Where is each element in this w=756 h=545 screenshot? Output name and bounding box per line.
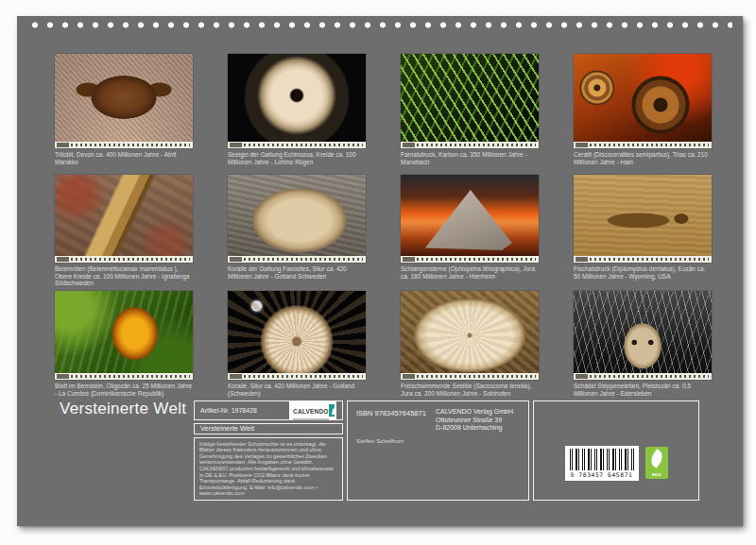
author-name: Steffen Schellhorn [356, 437, 404, 444]
belemniten-photo [55, 175, 193, 263]
fossil-tile: Freischwimmende Seelilie (Saccocoma tene… [401, 291, 539, 397]
isbn-text: ISBN 9783457645871 [356, 409, 426, 417]
photo-caption: Freischwimmende Seelilie (Saccocoma tene… [401, 383, 539, 397]
photo-caption: Farnabdruck, Karbon ca. 350 Millionen Ja… [401, 151, 539, 165]
photo-caption: Blatt im Bernstein, Oligozän ca. 25 Mill… [55, 383, 193, 397]
fischabdruck-photo [574, 175, 712, 263]
farnabdruck-photo [401, 54, 539, 148]
steppenelefant-photo [574, 291, 712, 380]
photo-caption: Seeigel der Gattung Echinozoa, Kreide ca… [228, 151, 366, 165]
photo-caption: Fischabdruck (Diplomystus dentatus), Eoz… [574, 265, 712, 280]
barcode-wrap: 9 783457 645871 eco [565, 446, 668, 481]
calvendo-logo: CALVENDO [289, 401, 336, 419]
title-box: Versteinerte Welt [194, 423, 343, 434]
eco-leaf-icon: eco [645, 447, 668, 479]
scale-strip [228, 142, 366, 148]
publisher-name: CALVENDO Verlag GmbH [436, 408, 513, 417]
fossil-tile: Belemniten (Belemnellocamax mammilatus )… [55, 175, 193, 287]
calvendo-logo-tagline [293, 418, 329, 420]
ceratit-photo [574, 54, 712, 148]
fossil-tile: Fischabdruck (Diplomystus dentatus), Eoz… [574, 175, 712, 280]
scale-strip [574, 373, 712, 380]
barcode-bars [570, 449, 634, 470]
photo-caption: Trilobit, Devon ca. 400 Millionen Jahre … [55, 151, 193, 165]
scale-strip [55, 142, 193, 148]
calendar-back-sheet: Trilobit, Devon ca. 400 Millionen Jahre … [17, 16, 743, 526]
photo-caption: Schlangensterne (Ophiopetra lithographic… [401, 265, 539, 280]
trilobit-photo [55, 54, 193, 148]
fossil-tile: Farnabdruck, Karbon ca. 350 Millionen Ja… [401, 54, 539, 165]
scale-strip [55, 373, 193, 380]
scale-strip [574, 256, 712, 263]
artikel-number: Artikel-Nr. 1978428 [200, 407, 257, 414]
barcode-box: 9 783457 645871 eco [533, 400, 699, 501]
publisher-box: ISBN 9783457645871 CALVENDO Verlag GmbH … [347, 400, 529, 501]
eco-label: eco [645, 471, 668, 477]
photo-caption: Ceratit (Discoceratites semipartius), Tr… [574, 151, 712, 165]
fossil-tile: Schädel Steppenelefant, Pleistozän ca. 0… [574, 291, 712, 397]
product-info-column: Artikel-Nr. 1978428 CALVENDO Versteinert… [194, 400, 343, 501]
calvendo-logo-text: CALVENDO [293, 408, 329, 415]
fossil-tile: Koralle, Silur ca. 420 Millionen Jahre -… [228, 291, 366, 397]
photo-caption: Koralle, Silur ca. 420 Millionen Jahre -… [228, 383, 366, 397]
scale-strip [401, 256, 539, 263]
scale-strip [55, 256, 193, 263]
scale-strip [401, 373, 539, 380]
barcode-digits: 9 783457 645871 [570, 471, 634, 478]
fossil-tile: Ceratit (Discoceratites semipartius), Tr… [574, 54, 712, 165]
photo-caption: Koralle der Gattung Favosites, Silur ca.… [228, 265, 366, 280]
koralle-silur-photo [228, 291, 366, 380]
ean-barcode: 9 783457 645871 [565, 446, 639, 481]
bernstein-photo [55, 291, 193, 380]
fossil-tile: Blatt im Bernstein, Oligozän ca. 25 Mill… [55, 291, 193, 397]
schlangensterne-photo [401, 175, 539, 263]
seeigel-photo [228, 54, 366, 148]
publisher-street: Ottobrunner Straße 39 [436, 417, 513, 425]
koralle-favosites-photo [228, 175, 366, 263]
fossil-tile: Seeigel der Gattung Echinozoa, Kreide ca… [228, 54, 366, 165]
scale-strip [228, 373, 366, 380]
photo-caption: Schädel Steppenelefant, Pleistozän ca. 0… [574, 383, 712, 397]
binding-holes [27, 21, 732, 29]
publisher-address: CALVENDO Verlag GmbH Ottobrunner Straße … [436, 408, 513, 433]
photo-caption: Belemniten (Belemnellocamax mammilatus )… [55, 265, 193, 287]
fossil-tile: Trilobit, Devon ca. 400 Millionen Jahre … [55, 54, 193, 165]
scale-strip [401, 142, 539, 148]
calvendo-logo-icon [329, 404, 335, 417]
legal-text-box: Infolge bestehender Schutzrechte ist es … [194, 437, 343, 501]
artikel-box: Artikel-Nr. 1978428 CALVENDO [194, 400, 343, 420]
seelilie-photo [401, 291, 539, 380]
publisher-city: D-82008 Unterhaching [436, 424, 513, 433]
stone-plate-shape [425, 190, 512, 250]
scale-strip [228, 256, 366, 263]
fossil-tile: Koralle der Gattung Favosites, Silur ca.… [228, 175, 366, 280]
fossil-tile: Schlangensterne (Ophiopetra lithographic… [401, 175, 539, 280]
page-title: Versteinerte Welt [60, 400, 186, 418]
scale-strip [574, 142, 712, 148]
